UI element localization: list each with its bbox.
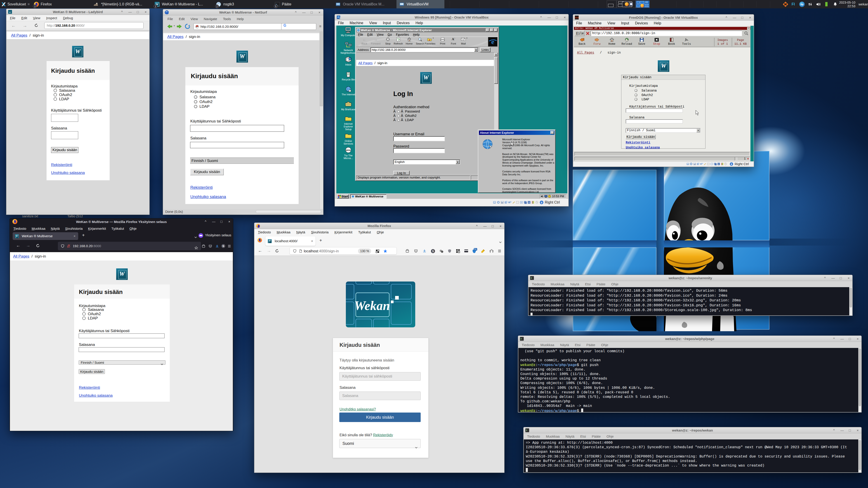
svg-text:e: e [491, 38, 494, 45]
svg-text:w: w [9, 11, 11, 13]
svg-text:V: V [718, 163, 719, 165]
svg-text:Wekan: Wekan [354, 299, 390, 313]
svg-text:MSN: MSN [346, 149, 350, 151]
svg-text:95: 95 [339, 17, 340, 19]
svg-text:S: S [432, 250, 434, 253]
svg-text:V: V [528, 201, 530, 203]
svg-text:DOS: DOS [575, 17, 579, 19]
svg-text:S: S [222, 245, 224, 248]
